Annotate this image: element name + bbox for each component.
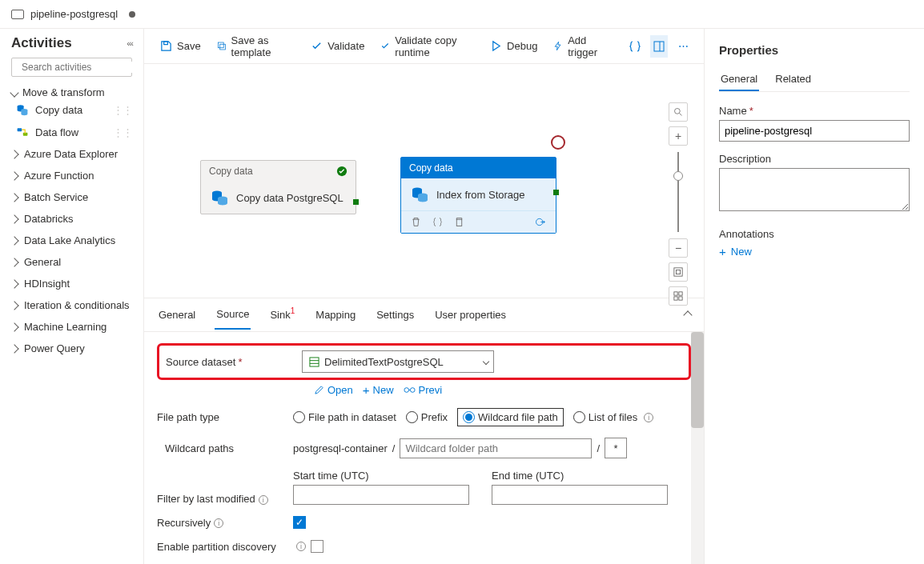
partition-discovery-checkbox[interactable] [311, 540, 323, 553]
info-icon[interactable]: i [214, 518, 223, 528]
zoom-slider[interactable] [677, 152, 679, 232]
preview-dataset-button[interactable]: Previ [404, 384, 443, 396]
save-button[interactable]: Save [155, 37, 206, 55]
properties-icon [653, 40, 665, 53]
svg-rect-26 [310, 357, 319, 366]
wildcard-file-input[interactable]: * [605, 438, 627, 458]
cat-general[interactable]: General [11, 251, 132, 273]
activity-data-flow[interactable]: Data flow ⋮⋮ [11, 121, 132, 143]
node-title: Index from Storage [436, 189, 525, 201]
node-copy-data-postgresql[interactable]: Copy data Copy data PostgreSQL [200, 160, 356, 214]
wildcard-folder-input[interactable] [400, 438, 592, 458]
chevron-right-icon [10, 171, 18, 180]
source-dataset-select[interactable]: DelimitedTextPostgreSQL [302, 350, 494, 373]
cat-data-lake-analytics[interactable]: Data Lake Analytics [11, 230, 132, 251]
svg-rect-9 [654, 42, 664, 51]
braces-icon[interactable] [432, 217, 443, 227]
zoom-in-button[interactable]: + [669, 126, 688, 146]
save-as-template-button[interactable]: Save as template [212, 31, 300, 62]
validate-button[interactable]: Validate [306, 37, 369, 55]
chevron-right-icon [10, 193, 18, 202]
properties-tab-general[interactable]: General [719, 68, 759, 91]
radio-list-of-files[interactable]: List of filesi [573, 411, 653, 423]
cat-machine-learning[interactable]: Machine Learning [11, 316, 132, 338]
new-dataset-button[interactable]: +New [363, 383, 394, 397]
activity-copy-data[interactable]: Copy data ⋮⋮ [11, 98, 132, 121]
delete-icon[interactable] [411, 217, 421, 227]
node-title: Copy data PostgreSQL [236, 192, 343, 204]
cat-batch-service[interactable]: Batch Service [11, 186, 132, 208]
tab-general[interactable]: General [157, 301, 197, 329]
description-textarea[interactable] [719, 168, 910, 211]
code-view-button[interactable] [625, 35, 644, 58]
tab-sink[interactable]: Sink1 [268, 301, 296, 329]
dataset-icon [309, 357, 319, 367]
properties-toggle-button[interactable] [650, 35, 669, 58]
search-canvas-button[interactable] [669, 102, 688, 122]
add-trigger-button[interactable]: Add trigger [548, 31, 613, 62]
radio-path-in-dataset[interactable]: File path in dataset [293, 411, 396, 423]
source-dataset-row: Source dataset* DelimitedTextPostgreSQL [157, 343, 691, 380]
collapse-details-icon[interactable] [685, 309, 691, 321]
goto-icon[interactable] [534, 216, 546, 228]
svg-point-29 [404, 388, 409, 393]
fit-to-screen-button[interactable] [669, 262, 688, 282]
check-icon [380, 40, 390, 52]
svg-rect-23 [679, 292, 682, 295]
node-actions [401, 210, 556, 233]
tab-user-properties[interactable]: User properties [433, 301, 508, 329]
auto-align-button[interactable] [669, 286, 688, 306]
copy-data-icon [16, 103, 29, 116]
chevron-down-icon [483, 358, 489, 365]
group-move-transform[interactable]: Move & transform [11, 86, 132, 98]
canvas-controls: + − [669, 102, 688, 306]
cat-azure-function[interactable]: Azure Function [11, 165, 132, 186]
validate-copy-runtime-button[interactable]: Validate copy runtime [376, 31, 479, 62]
search-input[interactable] [22, 62, 142, 73]
pipeline-name-input[interactable] [719, 120, 910, 142]
activities-panel: Activities « ‹ Move & transform Copy dat… [0, 29, 144, 564]
radio-prefix[interactable]: Prefix [406, 411, 448, 423]
drag-handle-icon: ⋮⋮ [113, 126, 132, 138]
info-icon[interactable]: i [296, 542, 306, 551]
chevron-right-icon [10, 236, 18, 245]
tab-mapping[interactable]: Mapping [314, 301, 357, 329]
cat-azure-data-explorer[interactable]: Azure Data Explorer [11, 143, 132, 165]
cat-power-query[interactable]: Power Query [11, 338, 132, 359]
node-index-from-storage[interactable]: Copy data Index from Storage [400, 157, 556, 234]
filter-by-last-modified-label: Filter by last modifiedi [157, 493, 293, 505]
tab-title[interactable]: pipeline-postgresql [30, 8, 118, 20]
play-icon [490, 40, 502, 52]
node-type-label: Copy data [209, 166, 253, 177]
clone-icon[interactable] [454, 217, 464, 227]
properties-tab-related[interactable]: Related [773, 68, 813, 91]
file-path-type-radio: File path in dataset Prefix Wildcard fil… [293, 408, 653, 426]
radio-wildcard[interactable]: Wildcard file path [457, 408, 564, 426]
debug-button[interactable]: Debug [485, 37, 542, 55]
collapse-panel-icon[interactable]: « ‹ [127, 38, 132, 48]
svg-rect-20 [674, 268, 682, 276]
end-time-input[interactable] [492, 485, 668, 505]
start-time-input[interactable] [293, 485, 469, 505]
tab-settings[interactable]: Settings [375, 301, 416, 329]
cat-databricks[interactable]: Databricks [11, 208, 132, 230]
svg-rect-24 [674, 297, 677, 300]
open-dataset-button[interactable]: Open [314, 384, 353, 396]
info-icon[interactable]: i [259, 495, 268, 505]
activities-search[interactable] [11, 58, 132, 77]
output-port[interactable] [553, 190, 559, 195]
svg-rect-7 [218, 42, 223, 48]
tab-source[interactable]: Source [215, 300, 251, 330]
svg-rect-22 [674, 292, 677, 295]
cat-iteration[interactable]: Iteration & conditionals [11, 294, 132, 316]
zoom-out-button[interactable]: − [669, 238, 688, 258]
output-port[interactable] [353, 199, 359, 205]
pipeline-canvas[interactable]: Copy data Copy data PostgreSQL Copy data [144, 64, 704, 298]
detail-scrollbar[interactable] [691, 332, 704, 564]
start-time-label: Start time (UTC) [293, 470, 469, 482]
more-button[interactable]: ⋯ [674, 35, 693, 58]
new-annotation-button[interactable]: +New [719, 245, 910, 258]
recursively-checkbox[interactable]: ✓ [293, 516, 306, 529]
cat-hdinsight[interactable]: HDInsight [11, 273, 132, 294]
info-icon[interactable]: i [644, 413, 653, 422]
